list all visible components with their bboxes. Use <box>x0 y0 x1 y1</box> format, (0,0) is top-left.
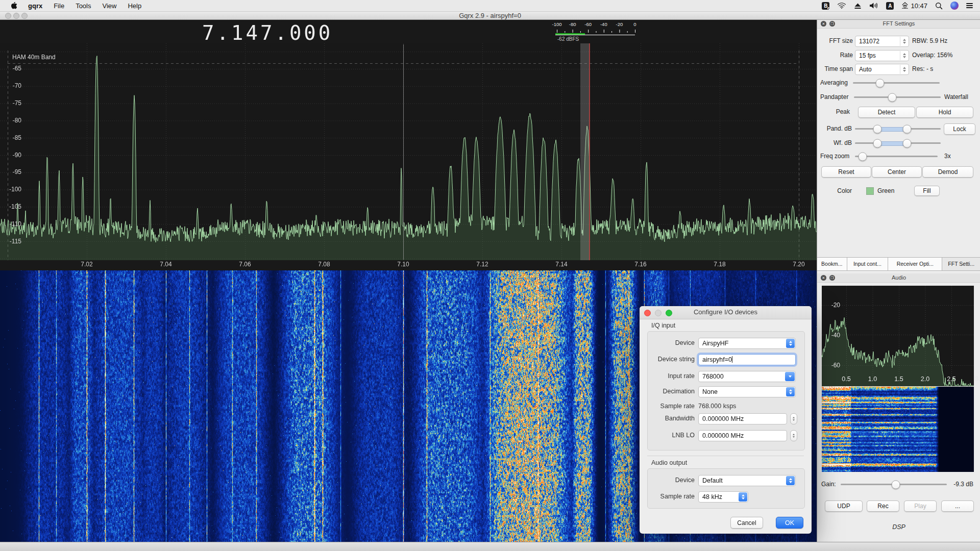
dialog-title: Configure I/O devices <box>640 308 812 316</box>
meter-scale-label: -20 <box>616 21 623 27</box>
fft-size-spinbox[interactable]: 131072 <box>855 36 909 47</box>
eject-icon[interactable] <box>854 1 862 10</box>
decimation-combo[interactable]: None <box>698 386 796 397</box>
siri-icon[interactable] <box>950 1 959 10</box>
menu-item-tools[interactable]: Tools <box>70 2 96 10</box>
rec-button[interactable]: Rec <box>867 500 899 512</box>
audio-rate-combo[interactable]: 48 kHz <box>698 491 748 503</box>
audio-device-combo[interactable]: Default <box>698 475 796 486</box>
decimation-row: Decimation None <box>640 386 812 397</box>
dialog-separator <box>647 456 804 456</box>
stepper-icon[interactable] <box>790 430 797 441</box>
cancel-button[interactable]: Cancel <box>730 517 763 529</box>
slider-thumb[interactable] <box>892 480 900 489</box>
overlap-info: Overlap: 156% <box>912 52 952 59</box>
audio-spectrum <box>822 286 974 386</box>
audio-output-group <box>647 468 805 509</box>
iq-input-group-label: I/Q input <box>651 322 675 329</box>
macos-menu-bar: gqrx FileToolsViewHelp B✓ <box>0 0 980 12</box>
menu-item-file[interactable]: File <box>48 2 70 10</box>
slider-thumb[interactable] <box>903 139 912 147</box>
stepper-icon[interactable] <box>786 476 795 485</box>
lnb-lo-field[interactable]: 0.000000 MHz <box>698 430 787 441</box>
dialog-title-bar[interactable]: Configure I/O devices <box>640 306 812 319</box>
slider-thumb[interactable] <box>873 124 881 133</box>
fft-size-row: FFT size 131072 RBW: 5.9 Hz <box>817 36 980 47</box>
freq-zoom-value: 3x <box>944 153 951 160</box>
pandapter-waterfall-slider[interactable] <box>854 96 941 98</box>
gain-slider[interactable] <box>841 484 947 485</box>
fft-settings-header: ✕ ❐ FFT Settings <box>817 19 980 29</box>
tab-receiveropti[interactable]: Receiver Opti... <box>888 258 942 270</box>
freq-zoom-slider[interactable] <box>855 156 938 157</box>
pand-db-lock-button[interactable]: Lock <box>944 123 975 135</box>
rate-spinbox[interactable]: 15 fps <box>855 50 909 61</box>
audio-device-label: Device <box>640 477 695 484</box>
stepper-icon[interactable] <box>786 339 795 348</box>
bandwidth-field[interactable]: 0.000000 MHz <box>698 413 787 424</box>
stepper-icon[interactable] <box>739 492 747 502</box>
ok-button[interactable]: OK <box>776 517 803 529</box>
fft-settings-title: FFT Settings <box>817 20 980 27</box>
clock-time: 10:47 <box>911 2 927 10</box>
peak-hold-button[interactable]: Hold <box>916 107 973 118</box>
peak-label: Peak <box>817 108 850 115</box>
dbfs-meter-bar <box>553 29 638 35</box>
averaging-slider[interactable] <box>853 82 940 84</box>
slider-thumb[interactable] <box>903 124 912 133</box>
slider-thumb[interactable] <box>873 139 881 147</box>
gqrx-screen: gqrx FileToolsViewHelp B✓ <box>0 0 980 551</box>
audio-rate-row: Sample rate 48 kHz <box>640 491 812 503</box>
bandwidth-label: Bandwidth <box>640 415 695 422</box>
device-string-row: Device string airspyhf=0 <box>640 354 812 365</box>
window-title: Gqrx 2.9 - airspyhf=0 <box>0 12 980 19</box>
wf-db-label: Wf. dB <box>817 139 852 146</box>
frequency-display[interactable]: 7.147.000 <box>202 21 355 45</box>
window-title-bar[interactable]: Gqrx 2.9 - airspyhf=0 <box>0 11 980 20</box>
stepper-icon[interactable] <box>900 37 908 46</box>
tab-fftsetti[interactable]: FFT Setti... <box>942 258 980 270</box>
stepper-icon[interactable] <box>786 387 795 396</box>
pand-db-range-slider[interactable] <box>855 128 941 130</box>
menu-clock[interactable]: 10:47 <box>901 2 927 10</box>
stepper-icon[interactable] <box>900 51 908 60</box>
notification-center-icon[interactable] <box>966 1 973 10</box>
demod-button[interactable]: Demod <box>922 166 973 178</box>
stepper-icon[interactable] <box>790 413 797 424</box>
wf-db-range-slider[interactable] <box>855 142 941 144</box>
spotlight-search-icon[interactable] <box>935 1 943 10</box>
menu-item-view[interactable]: View <box>96 2 122 10</box>
lnb-lo-label: LNB LO <box>640 432 695 439</box>
device-combo[interactable]: AirspyHF <box>698 338 796 349</box>
slider-thumb[interactable] <box>888 93 896 102</box>
-button[interactable]: ... <box>941 500 974 512</box>
dsp-footer: DSP <box>817 523 980 531</box>
reset-button[interactable]: Reset <box>821 166 871 178</box>
tab-bookm[interactable]: Bookm... <box>817 258 847 270</box>
apple-menu-icon[interactable] <box>7 2 22 10</box>
menu-app-name[interactable]: gqrx <box>22 2 48 10</box>
input-rate-combo[interactable]: 768000 <box>698 371 796 382</box>
tab-inputcont[interactable]: Input cont... <box>847 258 889 270</box>
fill-button[interactable]: Fill <box>914 186 940 196</box>
input-rate-row: Input rate 768000 <box>640 371 812 382</box>
wifi-icon[interactable] <box>837 1 846 10</box>
pandapter-spectrum[interactable] <box>0 43 817 260</box>
volume-icon[interactable] <box>869 1 878 10</box>
slider-thumb[interactable] <box>875 79 884 87</box>
slider-thumb[interactable] <box>858 152 867 161</box>
configure-io-dialog: Configure I/O devices I/Q input Device A… <box>640 306 812 534</box>
center-button[interactable]: Center <box>872 166 922 178</box>
bootcamp-icon[interactable]: B✓ <box>822 1 829 10</box>
time-span-spinbox[interactable]: Auto <box>855 64 909 75</box>
stepper-icon[interactable] <box>900 65 908 74</box>
udp-button[interactable]: UDP <box>825 500 863 512</box>
dropdown-arrow-icon[interactable] <box>785 372 795 381</box>
meter-scale-label: -100 <box>552 21 561 27</box>
color-value[interactable]: Green <box>877 187 894 194</box>
input-source-icon[interactable]: A <box>886 1 894 10</box>
sample-rate-value: 768.000 ksps <box>698 403 736 410</box>
menu-item-help[interactable]: Help <box>122 2 147 10</box>
peak-detect-button[interactable]: Detect <box>858 107 915 118</box>
device-string-input[interactable]: airspyhf=0 <box>698 354 796 365</box>
